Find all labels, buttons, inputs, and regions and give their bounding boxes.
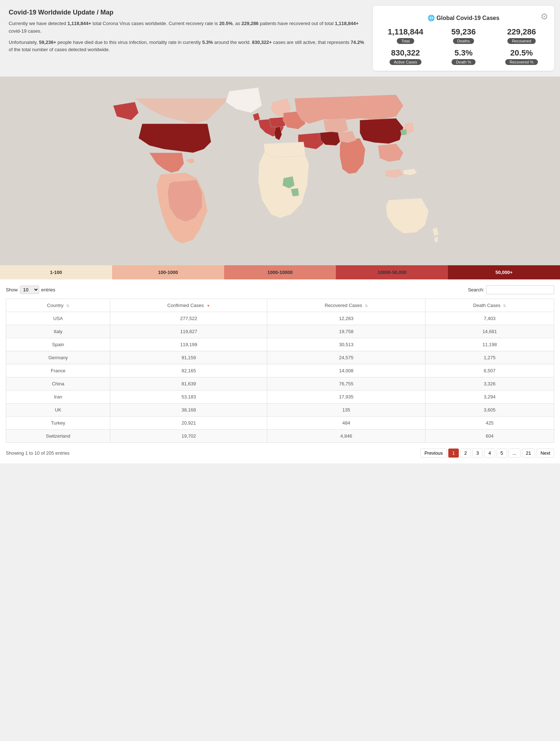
deaths-cell: 3,326 [425, 377, 554, 390]
recovered-value: 229,286 [495, 27, 548, 37]
confirmed-cell: 119,199 [110, 338, 267, 351]
death-pct-label: Death % [452, 59, 475, 65]
deaths-cell: 604 [425, 430, 554, 443]
recovered-cell: 12,283 [267, 312, 425, 325]
country-cell: Iran [6, 390, 110, 404]
page-3-button[interactable]: 3 [472, 449, 483, 458]
active-value: 830,322 [379, 48, 432, 58]
description-p2: Unfortunately, 59,236+ people have died … [9, 39, 364, 54]
death-pct-value: 5.3% [437, 48, 490, 58]
deaths-cell: 425 [425, 417, 554, 430]
table-row: Switzerland 19,702 4,846 604 [6, 430, 554, 443]
col-recovered[interactable]: Recovered Cases ⇅ [267, 299, 425, 312]
country-cell: Spain [6, 338, 110, 351]
page-5-button[interactable]: 5 [497, 449, 507, 458]
description-p1: Currently we have detected 1,118,844+ to… [9, 20, 364, 35]
table-row: Turkey 20,921 484 425 [6, 417, 554, 430]
active-label: Active Cases [390, 59, 421, 65]
table-row: Spain 119,199 30,513 11,198 [6, 338, 554, 351]
page-21-button[interactable]: 21 [522, 449, 535, 458]
col-country[interactable]: Country ⇅ [6, 299, 110, 312]
table-row: China 81,639 76,755 3,326 [6, 377, 554, 390]
deaths-stat: 59,236 Deaths [437, 27, 490, 44]
deaths-label: Deaths [453, 38, 474, 44]
total-value: 1,118,844 [379, 27, 432, 37]
showing-text: Showing 1 to 10 of 205 entries [6, 450, 70, 456]
global-title: 🌐 Global Covid-19 Cases [379, 15, 548, 21]
legend-50000-plus: 50,000+ [448, 265, 560, 279]
table-header-row: Country ⇅ Confirmed Cases ▼ Recovered Ca… [6, 299, 554, 312]
deaths-cell: 7,403 [425, 312, 554, 325]
recovered-cell: 19,758 [267, 325, 425, 338]
table-row: USA 277,522 12,283 7,403 [6, 312, 554, 325]
confirmed-cell: 82,165 [110, 364, 267, 377]
page-title: Covid-19 Worldwide Update / Map [9, 9, 364, 16]
deaths-cell: 14,681 [425, 325, 554, 338]
table-row: Italy 119,827 19,758 14,681 [6, 325, 554, 338]
confirmed-cell: 20,921 [110, 417, 267, 430]
recovered-cell: 17,935 [267, 390, 425, 404]
country-cell: Switzerland [6, 430, 110, 443]
recovered-cell: 135 [267, 404, 425, 417]
page-1-button[interactable]: 1 [448, 449, 459, 458]
confirmed-cell: 19,702 [110, 430, 267, 443]
total-label: Total [397, 38, 414, 44]
country-cell: France [6, 364, 110, 377]
total-stat: 1,118,844 Total [379, 27, 432, 44]
deaths-sort-icon: ⇅ [503, 304, 506, 308]
country-cell: UK [6, 404, 110, 417]
show-label: Show [6, 287, 18, 292]
deaths-cell: 6,507 [425, 364, 554, 377]
entries-label: entries [41, 287, 55, 292]
show-entries-control: Show 10 25 50 100 entries [6, 286, 55, 294]
map-svg [0, 77, 560, 265]
table-row: UK 38,168 135 3,605 [6, 404, 554, 417]
country-cell: Italy [6, 325, 110, 338]
deaths-cell: 3,605 [425, 404, 554, 417]
country-cell: Germany [6, 351, 110, 364]
table-controls: Show 10 25 50 100 entries Search: [6, 285, 554, 294]
recovered-stat: 229,286 Recovered [495, 27, 548, 44]
confirmed-sort-icon: ▼ [206, 304, 210, 308]
recovered-cell: 30,513 [267, 338, 425, 351]
confirmed-cell: 119,827 [110, 325, 267, 338]
col-deaths[interactable]: Death Cases ⇅ [425, 299, 554, 312]
legend-1-100: 1-100 [0, 265, 112, 279]
country-cell: USA [6, 312, 110, 325]
next-button[interactable]: Next [536, 449, 554, 458]
search-input[interactable] [486, 285, 554, 294]
deaths-cell: 3,294 [425, 390, 554, 404]
confirmed-cell: 38,168 [110, 404, 267, 417]
pagination-controls: Previous 1 2 3 4 5 ... 21 Next [420, 449, 554, 458]
page-ellipsis: ... [508, 449, 520, 458]
table-row: Germany 91,159 24,575 1,275 [6, 351, 554, 364]
country-sort-icon: ⇅ [66, 304, 69, 308]
description-panel: Covid-19 Worldwide Update / Map Currentl… [6, 6, 367, 71]
recovered-cell: 4,846 [267, 430, 425, 443]
global-stats-panel: ⚙ 🌐 Global Covid-19 Cases 1,118,844 Tota… [373, 6, 554, 71]
recovered-pct-value: 20.5% [495, 48, 548, 58]
deaths-value: 59,236 [437, 27, 490, 37]
recovered-pct-label: Recovered % [505, 59, 538, 65]
legend-1000-10000: 1000-10000 [224, 265, 336, 279]
legend-100-1000: 100-1000 [112, 265, 224, 279]
page-2-button[interactable]: 2 [460, 449, 471, 458]
active-stat: 830,322 Active Cases [379, 48, 432, 65]
recovered-cell: 24,575 [267, 351, 425, 364]
map-legend: 1-100 100-1000 1000-10000 10000-50,000 5… [0, 265, 560, 279]
search-label: Search: [468, 287, 484, 292]
table-row: France 82,165 14,008 6,507 [6, 364, 554, 377]
recovered-pct-stat: 20.5% Recovered % [495, 48, 548, 65]
data-table-section: Show 10 25 50 100 entries Search: Countr… [0, 279, 560, 463]
deaths-cell: 1,275 [425, 351, 554, 364]
country-cell: China [6, 377, 110, 390]
prev-button[interactable]: Previous [420, 449, 447, 458]
confirmed-cell: 81,639 [110, 377, 267, 390]
confirmed-cell: 53,183 [110, 390, 267, 404]
legend-10000-50000: 10000-50,000 [336, 265, 448, 279]
search-box: Search: [468, 285, 554, 294]
death-pct-stat: 5.3% Death % [437, 48, 490, 65]
entries-select[interactable]: 10 25 50 100 [20, 286, 39, 294]
page-4-button[interactable]: 4 [484, 449, 495, 458]
col-confirmed[interactable]: Confirmed Cases ▼ [110, 299, 267, 312]
